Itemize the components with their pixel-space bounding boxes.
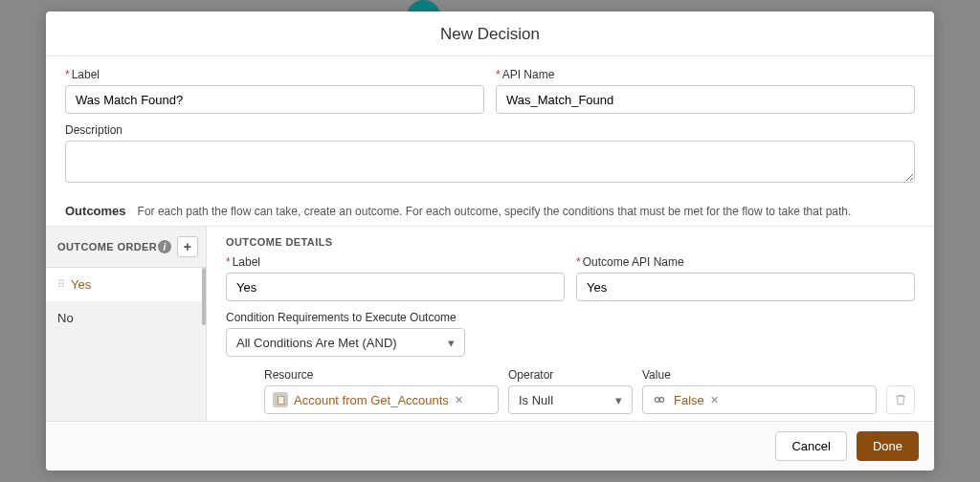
sidebar-item-label: No <box>57 311 74 325</box>
top-form: *Label *API Name Description <box>46 56 934 196</box>
clear-value-icon[interactable]: ✕ <box>710 394 719 406</box>
chevron-down-icon: ▾ <box>615 393 622 407</box>
modal-header: New Decision <box>46 11 934 56</box>
cancel-button[interactable]: Cancel <box>775 431 846 461</box>
outcomes-bar: Outcomes For each path the flow can take… <box>46 196 934 227</box>
description-field: Description <box>65 123 915 183</box>
details-title: OUTCOME DETAILS <box>226 236 915 255</box>
outcome-sidebar: OUTCOME ORDER i + ⠿ Yes No <box>46 227 207 421</box>
value-input[interactable]: False ✕ <box>642 385 877 414</box>
cond-req-select[interactable]: All Conditions Are Met (AND) ▾ <box>226 328 465 357</box>
svg-point-1 <box>655 398 659 403</box>
clipboard-icon: 📋 <box>273 392 288 407</box>
outcomes-hint: For each path the flow can take, create … <box>138 205 852 218</box>
resource-col: Resource 📋 Account from Get_Accounts ✕ <box>264 368 499 414</box>
modal-footer: Cancel Done <box>46 421 934 471</box>
done-button[interactable]: Done <box>857 431 919 461</box>
cond-req-label: Condition Requirements to Execute Outcom… <box>226 311 915 324</box>
resource-input[interactable]: 📋 Account from Get_Accounts ✕ <box>264 385 499 414</box>
outcomes-title: Outcomes <box>65 204 126 218</box>
drag-handle-icon[interactable]: ⠿ <box>57 278 65 291</box>
sidebar-header: OUTCOME ORDER i + <box>46 227 206 268</box>
label-input[interactable] <box>65 85 484 114</box>
outcome-api-field: *Outcome API Name <box>576 255 915 301</box>
modal-title: New Decision <box>46 25 934 44</box>
description-textarea[interactable] <box>65 141 915 183</box>
add-outcome-button[interactable]: + <box>177 236 198 257</box>
chevron-down-icon: ▾ <box>448 336 455 350</box>
value-col: Value False ✕ <box>642 368 877 414</box>
operator-select[interactable]: Is Null ▾ <box>508 385 633 414</box>
sidebar-item-label: Yes <box>71 277 91 292</box>
outcome-label-input[interactable] <box>226 273 565 301</box>
sidebar-item-yes[interactable]: ⠿ Yes <box>46 268 206 301</box>
api-name-input[interactable] <box>496 85 915 114</box>
svg-point-2 <box>659 398 664 403</box>
operator-col: Operator Is Null ▾ <box>508 368 633 414</box>
condition-row: Resource 📋 Account from Get_Accounts ✕ O… <box>226 368 915 414</box>
scroll-indicator <box>202 268 206 325</box>
api-name-field: *API Name <box>496 68 915 114</box>
delete-condition-button[interactable] <box>886 385 915 414</box>
info-icon[interactable]: i <box>158 240 171 253</box>
link-icon <box>651 391 668 408</box>
outcome-api-input[interactable] <box>576 273 915 301</box>
outcome-label-field: *Label <box>226 255 565 301</box>
label-field: *Label <box>65 68 484 114</box>
sidebar-item-no[interactable]: No <box>46 301 206 335</box>
outcome-details: OUTCOME DETAILS *Label *Outcome API Name… <box>207 227 934 421</box>
clear-resource-icon[interactable]: ✕ <box>455 394 463 406</box>
sidebar-list: ⠿ Yes No <box>46 268 206 335</box>
decision-modal: New Decision *Label *API Name Descriptio… <box>46 11 934 471</box>
